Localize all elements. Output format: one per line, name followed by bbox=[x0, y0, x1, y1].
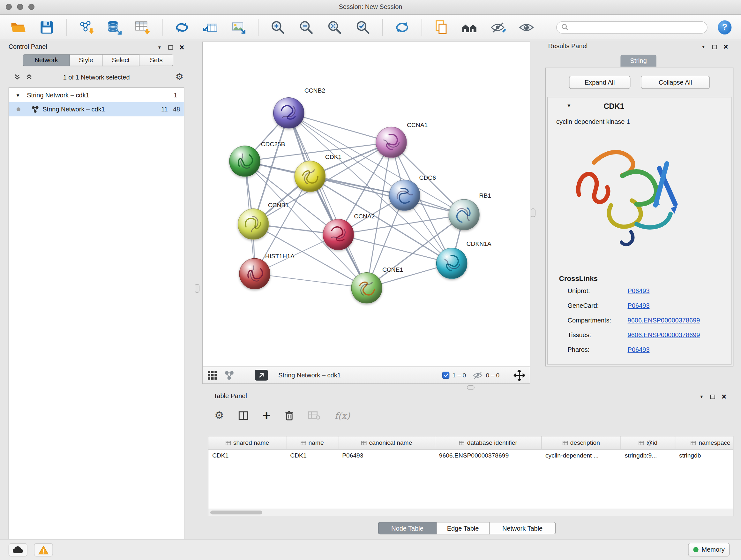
show-eye-icon[interactable] bbox=[517, 18, 535, 36]
column-header-icon bbox=[562, 440, 568, 446]
hide-edges-icon[interactable] bbox=[489, 18, 507, 36]
network-row[interactable]: String Network – cdk1 11 48 bbox=[9, 102, 184, 116]
column-header[interactable]: name bbox=[286, 436, 338, 449]
network-node-cdk1[interactable] bbox=[294, 161, 326, 192]
close-panel-icon[interactable]: × bbox=[724, 43, 728, 51]
tab-node-table[interactable]: Node Table bbox=[378, 522, 437, 535]
network-node-ccnb2[interactable] bbox=[273, 98, 305, 129]
open-session-icon[interactable] bbox=[10, 18, 27, 36]
left-splitter-handle[interactable] bbox=[195, 284, 199, 293]
import-network-database-icon[interactable] bbox=[105, 18, 123, 36]
column-header[interactable]: @id bbox=[621, 436, 675, 449]
hidden-node-edge-counts: 0 – 0 bbox=[486, 372, 499, 379]
zoom-in-icon[interactable] bbox=[269, 18, 286, 36]
panel-menu-icon[interactable]: ▼ bbox=[157, 45, 161, 50]
column-header[interactable]: database identifier bbox=[435, 436, 542, 449]
crosslink-link[interactable]: 9606.ENSP00000378699 bbox=[628, 317, 700, 324]
network-share-view-icon[interactable] bbox=[224, 370, 234, 380]
network-node-ccnb1[interactable] bbox=[238, 208, 269, 240]
crosslinks-heading: CrossLinks bbox=[559, 274, 598, 282]
network-node-ccne1[interactable] bbox=[351, 272, 382, 304]
export-image-icon[interactable] bbox=[230, 18, 248, 36]
memory-button[interactable]: Memory bbox=[688, 543, 730, 557]
function-builder-icon[interactable]: f(x) bbox=[335, 410, 350, 421]
open-in-new-window-button[interactable] bbox=[255, 370, 268, 381]
tab-style[interactable]: Style bbox=[70, 54, 103, 66]
hidden-items-icon[interactable] bbox=[473, 371, 483, 380]
network-node-cdc6[interactable] bbox=[389, 180, 420, 211]
crosslink-label: GeneCard: bbox=[568, 302, 628, 309]
network-node-rb1[interactable] bbox=[448, 199, 480, 230]
column-header[interactable]: canonical name bbox=[338, 436, 435, 449]
tab-network-table[interactable]: Network Table bbox=[489, 522, 556, 535]
close-panel-icon[interactable]: × bbox=[722, 393, 726, 401]
network-node-ccna1[interactable] bbox=[376, 127, 407, 158]
network-edge[interactable] bbox=[255, 273, 367, 288]
collapse-all-button[interactable]: Collapse All bbox=[641, 76, 710, 89]
zoom-selected-icon[interactable] bbox=[354, 18, 372, 36]
refresh-layout-icon[interactable] bbox=[393, 18, 411, 36]
close-panel-icon[interactable]: × bbox=[180, 44, 185, 51]
delete-column-icon[interactable] bbox=[285, 410, 294, 421]
protein-structure-image bbox=[566, 134, 689, 257]
help-button[interactable]: ? bbox=[718, 20, 732, 34]
panel-menu-icon[interactable]: ▼ bbox=[701, 45, 705, 49]
new-table-from-network-icon[interactable] bbox=[201, 18, 219, 36]
panel-menu-icon[interactable]: ▼ bbox=[699, 395, 704, 399]
save-session-icon[interactable] bbox=[38, 18, 56, 36]
scrollbar-thumb[interactable] bbox=[210, 510, 262, 514]
network-options-gear-icon[interactable]: ⚙ bbox=[175, 72, 183, 81]
column-header[interactable]: shared name bbox=[208, 436, 286, 449]
network-collection-row[interactable]: ▼ String Network – cdk1 1 bbox=[9, 88, 184, 102]
pan-crosshair-icon[interactable] bbox=[514, 369, 525, 381]
network-node-hist1h1a[interactable] bbox=[239, 258, 270, 290]
tab-sets[interactable]: Sets bbox=[139, 54, 174, 66]
column-header[interactable]: description bbox=[542, 436, 621, 449]
add-column-icon[interactable]: + bbox=[263, 409, 270, 422]
show-columns-icon[interactable] bbox=[238, 410, 249, 421]
table-options-gear-icon[interactable]: ⚙ bbox=[214, 410, 224, 421]
import-table-icon[interactable] bbox=[134, 18, 151, 36]
network-view: CCNB2CCNA1CDC25BCDK1CDC6RB1CCNB1CCNA2CDK… bbox=[202, 42, 530, 384]
network-edge[interactable] bbox=[289, 113, 367, 288]
float-panel-icon[interactable] bbox=[712, 45, 717, 49]
network-node-cdc25b[interactable] bbox=[229, 145, 260, 177]
crosslink-link[interactable]: P06493 bbox=[628, 302, 650, 309]
float-panel-icon[interactable] bbox=[168, 45, 173, 50]
zoom-fit-icon[interactable] bbox=[326, 18, 343, 36]
import-network-file-icon[interactable] bbox=[77, 18, 95, 36]
right-splitter-handle[interactable] bbox=[531, 208, 536, 217]
cloud-status-button[interactable] bbox=[9, 543, 27, 557]
crosslink-link[interactable]: P06493 bbox=[628, 346, 650, 353]
tab-edge-table[interactable]: Edge Table bbox=[436, 522, 489, 535]
expand-all-button[interactable]: Expand All bbox=[569, 76, 630, 89]
network-node-cdkn1a[interactable] bbox=[436, 248, 468, 279]
crosslink-link[interactable]: P06493 bbox=[628, 287, 650, 294]
birdseye-view-icon[interactable] bbox=[461, 18, 479, 36]
grid-view-icon[interactable] bbox=[207, 370, 218, 381]
bottom-splitter-handle[interactable] bbox=[467, 385, 475, 389]
horizontal-scrollbar[interactable] bbox=[208, 509, 733, 516]
node-label: CCNA1 bbox=[407, 122, 428, 129]
tab-network[interactable]: Network bbox=[23, 54, 70, 66]
search-input[interactable] bbox=[571, 23, 702, 31]
tab-string[interactable]: String bbox=[620, 55, 657, 67]
protein-title: CDK1 bbox=[593, 102, 635, 111]
tree-expand-icon[interactable]: ▼ bbox=[16, 92, 20, 98]
network-canvas[interactable]: CCNB2CCNA1CDC25BCDK1CDC6RB1CCNB1CCNA2CDK… bbox=[203, 42, 530, 366]
section-collapse-icon[interactable]: ▼ bbox=[567, 103, 571, 108]
selected-nodes-checkbox[interactable] bbox=[442, 372, 449, 379]
network-node-ccna2[interactable] bbox=[323, 219, 354, 250]
copy-document-icon[interactable] bbox=[432, 18, 450, 36]
float-panel-icon[interactable] bbox=[711, 395, 715, 399]
clone-network-icon[interactable] bbox=[173, 18, 191, 36]
column-header[interactable]: namespace bbox=[675, 436, 733, 449]
table-tabs: Node Table Edge Table Network Table bbox=[378, 522, 556, 535]
zoom-out-icon[interactable] bbox=[297, 18, 315, 36]
network-edge[interactable] bbox=[310, 176, 464, 214]
crosslink-label: Tissues: bbox=[568, 331, 628, 338]
tab-select[interactable]: Select bbox=[103, 54, 139, 66]
warnings-button[interactable] bbox=[34, 543, 53, 557]
crosslink-link[interactable]: 9606.ENSP00000378699 bbox=[628, 331, 700, 338]
table-row[interactable]: CDK1 CDK1 P06493 9606.ENSP00000378699 cy… bbox=[208, 449, 733, 462]
